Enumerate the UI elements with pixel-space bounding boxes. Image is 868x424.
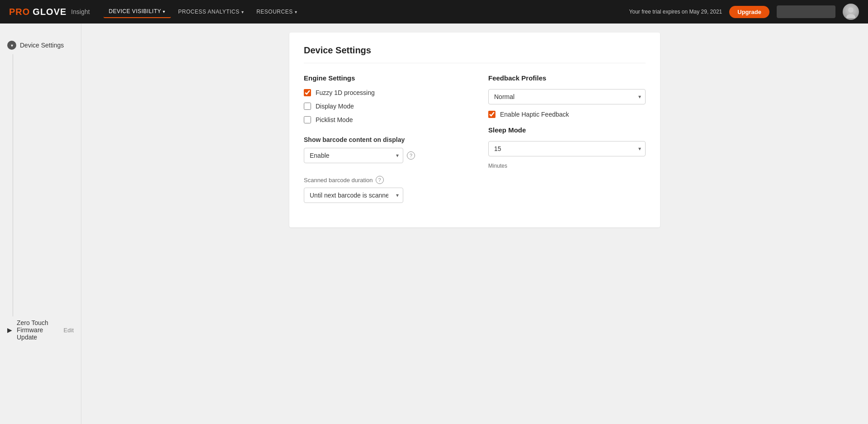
sidebar-item-device-settings[interactable]: ▾ Device Settings <box>0 36 81 54</box>
scanned-duration-label: Scanned barcode duration <box>304 177 373 184</box>
settings-card: Device Settings Engine Settings Fuzzy 1D… <box>289 33 660 227</box>
barcode-display-select-wrapper: Enable Disable ▾ <box>304 148 403 163</box>
fuzzy-row: Fuzzy 1D processing <box>304 89 461 96</box>
barcode-display-title: Show barcode content on display <box>304 136 461 143</box>
sleep-mode-section: Sleep Mode 5 10 15 20 30 ▾ Minutes <box>488 126 646 169</box>
picklist-mode-label[interactable]: Picklist Mode <box>316 116 353 123</box>
nav-device-visibility[interactable]: DEVICE VISIBILITY ▾ <box>104 5 171 18</box>
engine-settings-column: Engine Settings Fuzzy 1D processing Disp… <box>304 74 461 209</box>
chevron-down-icon: ▾ <box>295 9 297 14</box>
engine-section-title: Engine Settings <box>304 74 461 82</box>
scanned-help-icon[interactable]: ? <box>376 176 384 184</box>
fuzzy-checkbox[interactable] <box>304 89 311 96</box>
avatar-image <box>843 4 859 20</box>
brand-logo[interactable]: PROGLOVE Insight <box>9 7 90 17</box>
nav-links: DEVICE VISIBILITY ▾ PROCESS ANALYTICS ▾ … <box>104 5 629 18</box>
upgrade-button[interactable]: Upgrade <box>729 6 769 18</box>
device-settings-sidebar-label: Device Settings <box>20 42 64 49</box>
fuzzy-label[interactable]: Fuzzy 1D processing <box>316 89 375 96</box>
sleep-mode-label: Sleep Mode <box>488 126 646 134</box>
sidebar-item-zero-touch[interactable]: ▶ Zero Touch Firmware Update Edit <box>0 315 81 345</box>
haptic-checkbox[interactable] <box>488 111 495 118</box>
svg-point-0 <box>848 7 854 13</box>
chevron-down-icon: ▾ <box>7 41 16 50</box>
picklist-mode-row: Picklist Mode <box>304 116 461 123</box>
feedback-profile-select[interactable]: Normal Soft Loud <box>488 89 646 104</box>
sidebar-section-device: ▾ Device Settings <box>0 33 81 320</box>
navbar: PROGLOVE Insight DEVICE VISIBILITY ▾ PRO… <box>0 0 868 24</box>
nav-right: Your free trial expires on May 29, 2021 … <box>629 4 859 20</box>
sidebar-vertical-line <box>13 54 13 316</box>
search-input[interactable] <box>777 5 835 18</box>
brand-insight-text: Insight <box>71 8 90 15</box>
sleep-unit-label: Minutes <box>488 163 646 169</box>
display-mode-checkbox[interactable] <box>304 103 311 110</box>
nav-resources[interactable]: RESOURCES ▾ <box>251 6 302 18</box>
feedback-settings-column: Feedback Profiles Normal Soft Loud ▾ Ena… <box>488 74 646 209</box>
haptic-row: Enable Haptic Feedback <box>488 111 646 118</box>
layout: ▾ Device Settings ▶ Zero Touch Firmware … <box>0 24 868 424</box>
sleep-mode-select[interactable]: 5 10 15 20 30 <box>488 141 646 156</box>
svg-point-1 <box>846 14 855 18</box>
sleep-mode-select-wrapper: 5 10 15 20 30 ▾ <box>488 141 646 156</box>
trial-text: Your free trial expires on May 29, 2021 <box>629 9 722 15</box>
settings-columns: Engine Settings Fuzzy 1D processing Disp… <box>304 74 646 209</box>
display-mode-label[interactable]: Display Mode <box>316 103 354 110</box>
scanned-duration-section: Scanned barcode duration ? Until next ba… <box>304 176 461 203</box>
chevron-down-icon: ▾ <box>163 9 165 14</box>
feedback-section-title: Feedback Profiles <box>488 74 646 82</box>
avatar[interactable] <box>843 4 859 20</box>
scanned-duration-select[interactable]: Until next barcode is scanned 3 seconds … <box>304 188 403 203</box>
barcode-display-section: Show barcode content on display Enable D… <box>304 136 461 163</box>
brand-pro-text: PRO <box>9 7 30 17</box>
help-icon[interactable]: ? <box>407 151 415 160</box>
zero-touch-label: Zero Touch Firmware Update <box>17 319 56 341</box>
scanned-duration-select-wrapper: Until next barcode is scanned 3 seconds … <box>304 188 403 203</box>
scanned-label-row: Scanned barcode duration ? <box>304 176 461 184</box>
brand-glove-text: GLOVE <box>33 7 66 17</box>
main-content: Device Settings Engine Settings Fuzzy 1D… <box>81 24 868 424</box>
display-mode-row: Display Mode <box>304 103 461 110</box>
nav-process-analytics[interactable]: PROCESS ANALYTICS ▾ <box>173 6 249 18</box>
barcode-display-row: Enable Disable ▾ ? <box>304 148 461 163</box>
sidebar: ▾ Device Settings ▶ Zero Touch Firmware … <box>0 24 81 424</box>
chevron-right-icon: ▶ <box>7 326 12 334</box>
haptic-label[interactable]: Enable Haptic Feedback <box>500 111 569 118</box>
edit-link[interactable]: Edit <box>64 327 74 334</box>
sidebar-section-zero-touch: ▶ Zero Touch Firmware Update Edit <box>0 311 81 349</box>
chevron-down-icon: ▾ <box>241 9 244 14</box>
page-title: Device Settings <box>304 45 646 63</box>
picklist-mode-checkbox[interactable] <box>304 116 311 123</box>
barcode-display-select[interactable]: Enable Disable <box>304 148 403 163</box>
feedback-profile-select-wrapper: Normal Soft Loud ▾ <box>488 89 646 104</box>
